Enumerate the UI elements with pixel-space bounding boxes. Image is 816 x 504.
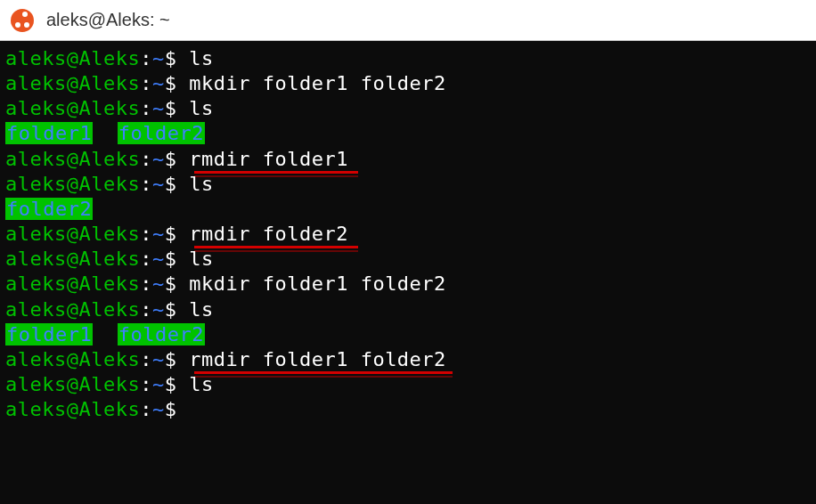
prompt-user: aleks@Aleks <box>5 348 140 370</box>
terminal-line: aleks@Aleks:~$ rmdir folder2 <box>5 222 811 247</box>
terminal-line: aleks@Aleks:~$ ls <box>5 172 811 197</box>
prompt-sep: : <box>140 47 152 69</box>
prompt-path: ~ <box>152 348 165 370</box>
terminal-line: aleks@Aleks:~$ ls <box>5 372 811 397</box>
command-text: rmdir folder2 <box>189 223 348 245</box>
terminal-line: aleks@Aleks:~$ mkdir folder1 folder2 <box>5 71 811 96</box>
prompt-path: ~ <box>152 173 165 195</box>
prompt-symbol: $ <box>165 298 177 321</box>
ubuntu-logo-icon <box>11 9 34 32</box>
prompt-path: ~ <box>152 298 165 321</box>
directory-name: folder1 <box>5 323 93 345</box>
command-text: rmdir folder1 <box>189 148 348 170</box>
prompt-sep: : <box>140 348 152 370</box>
prompt-user: aleks@Aleks <box>5 398 140 420</box>
prompt-path: ~ <box>152 97 165 119</box>
command-text: ls <box>189 248 214 270</box>
prompt-path: ~ <box>152 373 165 395</box>
command-text: mkdir folder1 folder2 <box>189 272 446 295</box>
directory-name: folder2 <box>5 198 93 220</box>
prompt-user: aleks@Aleks <box>5 47 140 69</box>
prompt-sep: : <box>140 148 152 170</box>
prompt-symbol: $ <box>165 97 177 119</box>
prompt-sep: : <box>140 373 152 395</box>
prompt-sep: : <box>140 97 152 119</box>
prompt-symbol: $ <box>165 398 177 420</box>
prompt-path: ~ <box>152 248 165 270</box>
prompt-symbol: $ <box>165 148 177 170</box>
prompt-sep: : <box>140 298 152 321</box>
directory-name: folder2 <box>118 323 205 345</box>
window-titlebar: aleks@Aleks: ~ <box>0 0 816 41</box>
directory-name: folder2 <box>118 122 205 144</box>
prompt-symbol: $ <box>165 348 177 370</box>
command-text: rmdir folder1 folder2 <box>189 348 446 370</box>
terminal-output: folder1 folder2 <box>5 322 811 347</box>
prompt-path: ~ <box>152 47 165 69</box>
command-text: mkdir folder1 folder2 <box>189 72 446 94</box>
prompt-path: ~ <box>152 72 165 94</box>
prompt-sep: : <box>140 173 152 195</box>
window-title: aleks@Aleks: ~ <box>46 10 170 30</box>
terminal-line: aleks@Aleks:~$ ls <box>5 46 811 71</box>
prompt-user: aleks@Aleks <box>5 97 140 119</box>
terminal-line: aleks@Aleks:~$ <box>5 397 811 422</box>
prompt-sep: : <box>140 223 152 245</box>
prompt-path: ~ <box>152 223 165 245</box>
terminal-output: folder2 <box>5 197 811 222</box>
prompt-user: aleks@Aleks <box>5 298 140 321</box>
command-text: ls <box>189 97 214 119</box>
prompt-path: ~ <box>152 272 165 295</box>
directory-name: folder1 <box>5 122 93 144</box>
prompt-sep: : <box>140 72 152 94</box>
prompt-user: aleks@Aleks <box>5 173 140 195</box>
prompt-symbol: $ <box>165 248 177 270</box>
prompt-user: aleks@Aleks <box>5 373 140 395</box>
command-text: ls <box>189 373 214 395</box>
prompt-path: ~ <box>152 148 165 170</box>
command-text: ls <box>189 298 214 321</box>
terminal-line: aleks@Aleks:~$ mkdir folder1 folder2 <box>5 272 811 297</box>
terminal-line: aleks@Aleks:~$ rmdir folder1 folder2 <box>5 347 811 372</box>
prompt-symbol: $ <box>165 373 177 395</box>
prompt-symbol: $ <box>165 47 177 69</box>
terminal-line: aleks@Aleks:~$ ls <box>5 96 811 121</box>
terminal-output: folder1 folder2 <box>5 121 811 146</box>
prompt-user: aleks@Aleks <box>5 223 140 245</box>
prompt-symbol: $ <box>165 173 177 195</box>
command-text: ls <box>189 173 214 195</box>
prompt-symbol: $ <box>165 72 177 94</box>
prompt-symbol: $ <box>165 272 177 295</box>
prompt-sep: : <box>140 272 152 295</box>
terminal-line: aleks@Aleks:~$ ls <box>5 247 811 272</box>
prompt-sep: : <box>140 398 152 420</box>
prompt-user: aleks@Aleks <box>5 272 140 295</box>
prompt-user: aleks@Aleks <box>5 148 140 170</box>
command-text: ls <box>189 47 214 69</box>
prompt-symbol: $ <box>165 223 177 245</box>
prompt-user: aleks@Aleks <box>5 248 140 270</box>
terminal-body[interactable]: aleks@Aleks:~$ ls aleks@Aleks:~$ mkdir f… <box>0 41 816 504</box>
prompt-sep: : <box>140 248 152 270</box>
prompt-path: ~ <box>152 398 165 420</box>
prompt-user: aleks@Aleks <box>5 72 140 94</box>
terminal-line: aleks@Aleks:~$ rmdir folder1 <box>5 147 811 172</box>
terminal-line: aleks@Aleks:~$ ls <box>5 297 811 322</box>
